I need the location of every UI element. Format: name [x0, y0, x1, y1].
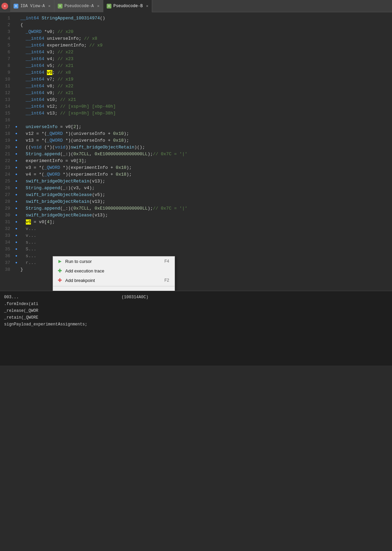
- bottom-panel: 003... (100314A0C) .formIndex(ati _relea…: [0, 291, 392, 366]
- code-line-27: 27 swift_bridgeObjectRelease(v5);: [0, 192, 392, 198]
- menu-item-synchronize-with[interactable]: Synchronize with ▶: [53, 287, 175, 291]
- menu-item-add-breakpoint[interactable]: ✚ Add breakpoint F2: [53, 276, 175, 285]
- bottom-line-5: _retain(_QWORE: [4, 314, 388, 321]
- menu-item-add-exec-trace[interactable]: ✚ Add execution trace: [53, 266, 175, 276]
- code-line-12: 12 __int64 v9; // x21: [0, 90, 392, 96]
- code-line-30: 30 swift_bridgeObjectRelease(v13);: [0, 212, 392, 219]
- code-line-34: 34 s...: [0, 239, 392, 246]
- code-line-32: 32 v...: [0, 226, 392, 232]
- code-line-31: 31 v6 = v0[4];: [0, 219, 392, 226]
- menu-label-add-breakpoint: Add breakpoint: [65, 278, 95, 283]
- tab-label-ida-a: IDA View-A: [20, 4, 45, 8]
- code-content-1: __int64 StringAppend_100314974(): [19, 15, 392, 22]
- code-line-14: 14 __int64 v12; // [xsp+0h] [xbp-40h]: [0, 103, 392, 110]
- code-line-18: 18 v12 = *(_QWORD *)(universeInfo + 0x10…: [0, 130, 392, 137]
- code-line-19: 19 v13 = *(_QWORD *)(universeInfo + 0x18…: [0, 137, 392, 144]
- code-line-21: 21 String.append(_:)(0x7CLL, 0xE10000000…: [0, 151, 392, 158]
- code-line-1: 1 __int64 StringAppend_100314974(): [0, 15, 392, 22]
- code-line-4: 4 __int64 universeInfo; // x8: [0, 35, 392, 42]
- code-line-35: 35 S...: [0, 246, 392, 253]
- tab-label-pseudo-a: Pseudocode-A: [65, 4, 94, 8]
- line-num-1: 1: [0, 15, 14, 22]
- separator-1: [53, 286, 175, 286]
- code-line-8: 8 __int64 v5; // x21: [0, 63, 392, 69]
- code-line-9: 9 __int64 v6; // x8: [0, 69, 392, 76]
- code-line-28: 28 swift_bridgeObjectRetain(v13);: [0, 198, 392, 205]
- tab-bar: ✕ ⊞ IDA View-A ✕ ⊟ Pseudocode-A ✕ ⊟ Pseu…: [0, 0, 392, 12]
- code-line-25: 25 swift_bridgeObjectRetain(v13);: [0, 178, 392, 185]
- menu-label-add-exec-trace: Add execution trace: [65, 268, 104, 273]
- code-line-13: 13 __int64 v10; // x21: [0, 96, 392, 103]
- menu-shortcut-add-breakpoint: F2: [164, 278, 169, 283]
- ida-view-icon: ⊞: [14, 4, 18, 8]
- tab-pseudocode-b[interactable]: ⊟ Pseudocode-B ✕: [103, 0, 152, 12]
- context-menu: ▶ Run to cursor F4 ✚ Add execution trace…: [53, 256, 175, 291]
- code-line-26: 26 String.append(_:)(v3, v4);: [0, 185, 392, 192]
- code-line-15: 15 __int64 v13; // [xsp+8h] [xbp-38h]: [0, 110, 392, 117]
- pseudo-a-icon: ⊟: [58, 4, 63, 8]
- menu-label-synchronize-with: Synchronize with: [65, 290, 99, 291]
- code-line-23: 23 v3 = *(_QWORD *)(experimentInfo + 0x1…: [0, 164, 392, 171]
- menu-shortcut-run-to-cursor: F4: [164, 259, 169, 264]
- code-line-2: 2 {: [0, 22, 392, 29]
- code-line-6: 6 __int64 v3; // x22: [0, 49, 392, 56]
- tab-close-pseudo-a[interactable]: ✕: [97, 4, 100, 8]
- bottom-line-3: .formIndex(ati: [4, 301, 388, 307]
- code-line-10: 10 __int64 v7; // x19: [0, 76, 392, 83]
- tab-close-pseudo-b[interactable]: ✕: [146, 4, 148, 8]
- tab-pseudocode-a[interactable]: ⊟ Pseudocode-A ✕: [54, 0, 103, 12]
- code-line-20: 20 ((void (*)(void))swift_bridgeObjectRe…: [0, 144, 392, 151]
- submenu-arrow: ▶: [166, 290, 169, 291]
- menu-label-run-to-cursor: Run to cursor: [65, 259, 92, 264]
- code-line-29: 29 String.append(_:)(0x7CLL, 0xE10000000…: [0, 205, 392, 212]
- bottom-line-4: _release(_QWOR: [4, 307, 388, 314]
- menu-item-run-to-cursor[interactable]: ▶ Run to cursor F4: [53, 256, 175, 266]
- run-to-cursor-icon: ▶: [57, 259, 63, 264]
- tab-ida-view-a[interactable]: ⊞ IDA View-A ✕: [10, 0, 54, 12]
- code-line-7: 7 __int64 v4; // x23: [0, 56, 392, 63]
- add-breakpoint-icon: ✚: [57, 278, 63, 283]
- code-line-16: 16: [0, 117, 392, 124]
- code-line-17: 17 universeInfo = v0[2];: [0, 124, 392, 130]
- pseudo-b-icon: ⊟: [107, 4, 111, 8]
- code-line-22: 22 experimentInfo = v0[3];: [0, 158, 392, 164]
- code-line-11: 11 __int64 v8; // x22: [0, 83, 392, 90]
- code-line-5: 5 __int64 experimentInfo; // x9: [0, 42, 392, 49]
- code-line-24: 24 v4 = *(_QWORD *)(experimentInfo + 0x1…: [0, 171, 392, 178]
- bottom-line-6: signPayload_experimentAssignments;: [4, 321, 388, 328]
- synchronize-icon: [57, 289, 63, 291]
- code-line-3: 3 _QWORD *v0; // x20: [0, 29, 392, 35]
- add-exec-trace-icon: ✚: [57, 268, 63, 273]
- code-line-33: 33 v...: [0, 232, 392, 239]
- bottom-line-1: 003... (100314A0C): [4, 294, 388, 301]
- tab-close-ida-a[interactable]: ✕: [48, 4, 51, 8]
- code-area: 1 __int64 StringAppend_100314974() 2 { 3…: [0, 12, 392, 291]
- tab-label-pseudo-b: Pseudocode-B: [113, 4, 143, 8]
- window-close-button[interactable]: ✕: [1, 3, 8, 10]
